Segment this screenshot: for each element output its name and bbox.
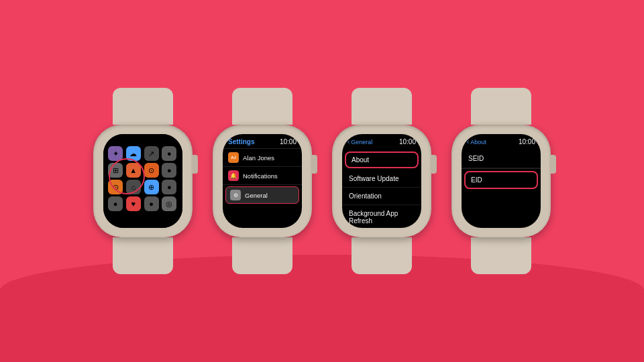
general-header: ‹ General 10:00 [342,134,421,148]
watch-3-body: ‹ General 10:00 About Software Update [328,88,435,274]
watch-1-band-top [113,88,173,125]
watch-1-body: ✦ ☁ ↗ ● ⊞ ▲ ⊙ ● ⊙ ⌂ ⊕ ● ● [89,88,197,274]
screen-settings: Settings 10:00 AJ Alan Jones [223,134,302,228]
settings-header: Settings 10:00 [223,134,302,148]
notifications-icon: 🔔 [228,170,239,181]
app-home: ⌂ [126,180,141,194]
about-back-chevron: ‹ [467,138,469,145]
watch-3-band-top [352,88,412,125]
watch-2-band-bottom [232,237,292,274]
watch-1-band-bottom [113,237,173,274]
settings-list: AJ Alan Jones 🔔 Notifications [223,149,302,204]
watch-4-body: ‹ About 10:00 SEID EID [447,88,555,274]
orientation-label: Orientation [349,192,382,200]
general-item-bg-refresh: Background App Refresh [342,205,421,228]
app-weather: ☁ [126,146,141,161]
watch-2-case: Settings 10:00 AJ Alan Jones [213,125,312,237]
watch-3: ‹ General 10:00 About Software Update [328,88,435,274]
app-misc4: ● [108,196,123,211]
settings-item-notifications: 🔔 Notifications [223,167,302,184]
watch-3-case: ‹ General 10:00 About Software Update [332,125,431,237]
app-maps: ▲ [126,163,141,178]
app-shortcuts: ✦ [108,146,123,161]
watches-container: ✦ ☁ ↗ ● ⊞ ▲ ⊙ ● ⊙ ⌂ ⊕ ● ● [76,74,568,288]
about-divider [462,168,541,169]
general-item-software-update: Software Update [342,170,421,188]
watch-4-band-bottom [471,237,531,274]
app-misc2: ● [162,163,176,178]
settings-time: 10:00 [280,138,297,145]
general-label: General [245,192,268,199]
about-label: About [352,156,369,164]
watch-1: ✦ ☁ ↗ ● ⊞ ▲ ⊙ ● ⊙ ⌂ ⊕ ● ● [89,88,197,274]
app-misc6: ◎ [162,196,176,211]
app-misc5: ● [144,196,159,211]
watch-1-screen: ✦ ☁ ↗ ● ⊞ ▲ ⊙ ● ⊙ ⌂ ⊕ ● ● [103,134,182,228]
notifications-label: Notifications [243,172,278,180]
watch-1-case: ✦ ☁ ↗ ● ⊞ ▲ ⊙ ● ⊙ ⌂ ⊕ ● ● [93,125,193,237]
general-list: About Software Update Orientation Backgr… [342,148,421,228]
app-health: ♥ [126,196,141,211]
general-item-orientation: Orientation [342,188,421,205]
alan-jones-label: Alan Jones [243,154,274,162]
watch-4-screen: ‹ About 10:00 SEID EID [462,134,541,228]
watch-3-screen: ‹ General 10:00 About Software Update [342,134,421,228]
app-stocks: ↗ [144,146,159,161]
watch-2-body: Settings 10:00 AJ Alan Jones [209,88,316,274]
software-update-label: Software Update [349,175,399,182]
settings-title: Settings [228,138,254,145]
screen-apps: ✦ ☁ ↗ ● ⊞ ▲ ⊙ ● ⊙ ⌂ ⊕ ● ● [103,134,182,228]
general-time: 10:00 [399,138,416,145]
watch-2: Settings 10:00 AJ Alan Jones [209,88,316,274]
general-item-about: About [345,152,419,168]
general-back-chevron: ‹ [347,138,350,145]
watch-2-screen: Settings 10:00 AJ Alan Jones [223,134,302,228]
app-calc: ⊞ [108,163,123,178]
screen-about: ‹ About 10:00 SEID EID [462,134,541,228]
about-list: SEID EID [462,148,541,189]
watch-3-band-bottom [352,237,412,274]
general-back-btn: ‹ General [347,138,372,145]
watch-4-case: ‹ About 10:00 SEID EID [451,125,551,237]
divider3 [223,184,302,185]
app-act: ⊙ [144,163,159,178]
screen-general: ‹ General 10:00 About Software Update [342,134,421,228]
bg-refresh-label: Background App Refresh [349,210,398,225]
app-browser: ⊕ [144,180,159,194]
seid-label: SEID [468,155,484,162]
app-clock: ⊙ [108,180,123,194]
general-icon: ⚙ [230,190,241,200]
about-back-btn: ‹ About [467,138,486,145]
app-misc1: ● [162,146,176,161]
about-header: ‹ About 10:00 [462,134,541,148]
general-header-title: General [351,139,372,145]
about-item-seid: SEID [462,149,541,168]
watch-4-band-top [471,88,531,125]
app-misc3: ● [162,180,176,194]
watch-2-band-top [232,88,292,125]
about-header-title: About [470,139,486,145]
alan-jones-icon: AJ [228,152,239,163]
about-item-eid: EID [464,171,538,189]
about-time: 10:00 [519,138,535,145]
settings-item-general: ⚙ General [225,186,299,204]
watch-4: ‹ About 10:00 SEID EID [447,88,555,274]
settings-item-alanjones: AJ Alan Jones [223,149,302,166]
eid-label: EID [471,176,482,184]
